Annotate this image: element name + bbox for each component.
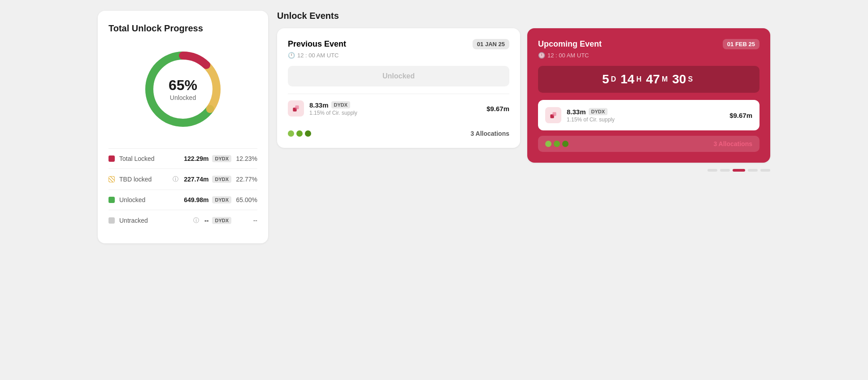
legend-badge-untracked: DYDX xyxy=(212,217,231,224)
legend-value-unlocked: 649.98m xyxy=(184,196,208,203)
upcoming-event-title: Upcoming Event xyxy=(538,39,602,49)
upcoming-alloc-footer[interactable]: 3 Allocations xyxy=(538,136,760,152)
upcoming-event-time: 🕛 12 : 00 AM UTC xyxy=(538,52,760,59)
prev-token-supply: 1.15% of Cir. supply xyxy=(309,110,481,116)
clock-icon-prev: 🕛 xyxy=(288,52,295,59)
donut-percent: 65% xyxy=(169,77,197,94)
upcoming-token-icon xyxy=(545,107,561,123)
upcoming-event-date: 01 FEB 25 xyxy=(723,39,760,49)
alloc-dot-1 xyxy=(288,130,294,137)
upcoming-alloc-dot-1 xyxy=(545,141,551,147)
previous-event-time: 🕛 12 : 00 AM UTC xyxy=(288,52,509,59)
countdown-days: 5 xyxy=(602,72,609,86)
legend-pct-unlocked: 65.00% xyxy=(235,196,257,203)
upcoming-alloc-dot-2 xyxy=(554,141,560,147)
legend-badge-tbd: DYDX xyxy=(212,176,231,183)
prev-alloc-label: 3 Allocations xyxy=(470,130,509,137)
upcoming-token-info: 8.33m DYDX 1.15% of Cir. supply xyxy=(567,108,724,123)
events-row: Previous Event 01 JAN 25 🕛 12 : 00 AM UT… xyxy=(277,28,770,163)
countdown-days-unit: D xyxy=(611,75,616,83)
main-container: Total Unlock Progress 65% Unlocked xyxy=(98,11,770,243)
left-card-title: Total Unlock Progress xyxy=(108,23,257,34)
legend-name-untracked: Untracked xyxy=(119,217,191,224)
dydx-logo-upcoming xyxy=(549,111,558,120)
upcoming-token-supply: 1.15% of Cir. supply xyxy=(567,117,724,123)
legend-name-locked: Total Locked xyxy=(119,155,178,162)
donut-sublabel: Unlocked xyxy=(170,94,196,101)
legend-name-tbd: TBD locked xyxy=(119,176,171,183)
scroll-dot-4[interactable] xyxy=(748,169,758,172)
donut-wrapper: 65% Unlocked xyxy=(108,44,257,134)
upcoming-event-card: Upcoming Event 01 FEB 25 🕛 12 : 00 AM UT… xyxy=(527,28,770,163)
legend-dot-untracked xyxy=(108,217,115,224)
countdown-seconds: 30 xyxy=(672,72,686,86)
upcoming-token-amount: 8.33m xyxy=(567,108,586,116)
prev-token-badge: DYDX xyxy=(331,101,351,108)
dydx-logo-prev xyxy=(291,104,300,113)
legend: Total Locked 122.29m DYDX 12.23% TBD loc… xyxy=(108,148,257,231)
legend-value-untracked: -- xyxy=(204,217,208,224)
upcoming-token-usd: $9.67m xyxy=(729,112,752,119)
upcoming-alloc-dot-3 xyxy=(562,141,569,147)
previous-event-card: Previous Event 01 JAN 25 🕛 12 : 00 AM UT… xyxy=(277,28,520,148)
scroll-dot-2[interactable] xyxy=(720,169,730,172)
upcoming-token-amount-row: 8.33m DYDX xyxy=(567,108,724,116)
info-icon-untracked[interactable]: ⓘ xyxy=(193,216,199,225)
legend-item-tbd: TBD locked ⓘ 227.74m DYDX 22.77% xyxy=(108,168,257,190)
legend-value-locked: 122.29m xyxy=(184,155,208,162)
upcoming-alloc-label: 3 Allocations xyxy=(713,140,752,147)
info-icon-tbd[interactable]: ⓘ xyxy=(173,175,178,183)
clock-icon-upcoming: 🕛 xyxy=(538,52,545,59)
legend-dot-locked xyxy=(108,155,115,162)
legend-badge-locked: DYDX xyxy=(212,155,231,162)
legend-pct-tbd: 22.77% xyxy=(235,176,257,183)
alloc-dot-3 xyxy=(305,130,311,137)
upcoming-token-row: 8.33m DYDX 1.15% of Cir. supply $9.67m xyxy=(538,100,760,130)
previous-event-title: Previous Event xyxy=(288,39,346,49)
prev-token-icon xyxy=(288,100,304,117)
legend-value-tbd: 227.74m xyxy=(184,176,208,183)
legend-badge-unlocked: DYDX xyxy=(212,196,231,203)
scroll-dot-5[interactable] xyxy=(760,169,770,172)
previous-event-header: Previous Event 01 JAN 25 xyxy=(288,39,509,49)
legend-dot-unlocked xyxy=(108,197,115,203)
legend-name-unlocked: Unlocked xyxy=(119,196,178,203)
legend-pct-untracked: -- xyxy=(235,217,257,224)
section-title: Unlock Events xyxy=(277,11,770,21)
scroll-indicator xyxy=(277,169,770,172)
upcoming-event-header: Upcoming Event 01 FEB 25 xyxy=(538,39,760,49)
legend-item-untracked: Untracked ⓘ -- DYDX -- xyxy=(108,210,257,231)
prev-token-row: 8.33m DYDX 1.15% of Cir. supply $9.67m xyxy=(288,94,509,123)
upcoming-token-badge: DYDX xyxy=(589,108,608,115)
scroll-dot-1[interactable] xyxy=(707,169,717,172)
prev-token-amount: 8.33m xyxy=(309,101,329,109)
legend-dot-tbd xyxy=(108,176,115,182)
scroll-dot-3[interactable] xyxy=(733,169,745,172)
donut-center: 65% Unlocked xyxy=(169,77,197,102)
donut-chart: 65% Unlocked xyxy=(138,44,228,134)
countdown-hours-unit: H xyxy=(636,75,642,83)
svg-rect-7 xyxy=(552,112,556,116)
alloc-dot-2 xyxy=(296,130,303,137)
prev-token-amount-row: 8.33m DYDX xyxy=(309,101,481,109)
prev-alloc-dots xyxy=(288,130,311,137)
countdown-hours: 14 xyxy=(621,72,634,86)
legend-item-locked: Total Locked 122.29m DYDX 12.23% xyxy=(108,148,257,168)
prev-token-usd: $9.67m xyxy=(486,105,509,112)
countdown-seconds-unit: S xyxy=(688,75,693,83)
svg-rect-5 xyxy=(295,105,299,109)
legend-item-unlocked: Unlocked 649.98m DYDX 65.00% xyxy=(108,190,257,210)
prev-token-info: 8.33m DYDX 1.15% of Cir. supply xyxy=(309,101,481,116)
prev-alloc-footer[interactable]: 3 Allocations xyxy=(288,125,509,137)
upcoming-alloc-dots xyxy=(545,141,569,147)
legend-pct-locked: 12.23% xyxy=(235,155,257,162)
previous-event-date: 01 JAN 25 xyxy=(473,39,509,49)
countdown-minutes-unit: M xyxy=(662,75,668,83)
countdown-minutes: 47 xyxy=(646,72,660,86)
unlocked-button[interactable]: Unlocked xyxy=(288,66,509,86)
left-card: Total Unlock Progress 65% Unlocked xyxy=(98,11,268,243)
countdown-bar: 5 D 14 H 47 M 30 S xyxy=(538,66,760,93)
right-section: Unlock Events Previous Event 01 JAN 25 🕛… xyxy=(277,11,770,243)
